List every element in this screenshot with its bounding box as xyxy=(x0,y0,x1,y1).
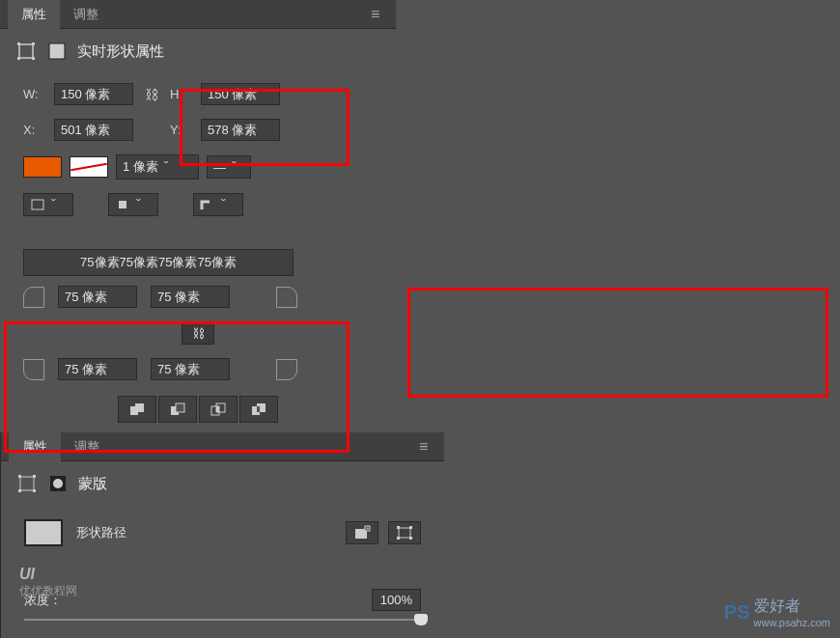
pathfinder-row xyxy=(23,396,373,423)
right-tabs: 属性 调整 xyxy=(1,432,444,461)
svg-rect-28 xyxy=(409,526,412,529)
density-slider-thumb[interactable] xyxy=(414,614,428,625)
highlight-feather xyxy=(407,288,828,398)
stroke-style-dropdown[interactable]: — xyxy=(207,155,251,179)
tab-properties[interactable]: 属性 xyxy=(8,0,60,29)
rect-bounds-icon xyxy=(15,41,37,62)
h-label: H: xyxy=(170,87,193,101)
cap-dropdown[interactable] xyxy=(108,193,158,216)
svg-rect-9 xyxy=(176,403,184,412)
svg-rect-27 xyxy=(397,526,400,529)
filled-rect-icon xyxy=(46,41,68,62)
pathfinder-subtract-button[interactable] xyxy=(158,396,197,423)
panel-menu-icon-r[interactable] xyxy=(419,438,434,456)
corner-tl-icon xyxy=(23,287,44,308)
radius-bl-input[interactable] xyxy=(58,358,137,380)
panel-title: 实时形状属性 xyxy=(77,42,164,61)
tab-properties-r[interactable]: 属性 xyxy=(9,432,61,461)
x-input[interactable] xyxy=(54,119,133,141)
x-label: X: xyxy=(23,123,46,137)
radius-display-input[interactable]: 75像素75像素75像素75像素 xyxy=(23,249,294,276)
left-header: 实时形状属性 xyxy=(0,29,396,73)
shape-path-label: 形状路径 xyxy=(76,524,126,541)
svg-rect-7 xyxy=(119,201,126,208)
svg-text:+: + xyxy=(366,525,370,531)
radius-tr-input[interactable] xyxy=(151,286,230,308)
svg-rect-30 xyxy=(409,537,412,540)
pathfinder-unite-button[interactable] xyxy=(118,396,156,423)
panel-menu-icon[interactable] xyxy=(371,6,386,23)
svg-rect-3 xyxy=(17,57,20,60)
fill-color-swatch[interactable] xyxy=(23,156,62,178)
svg-rect-26 xyxy=(399,528,410,538)
svg-rect-1 xyxy=(17,42,20,45)
width-input[interactable] xyxy=(54,83,133,105)
svg-rect-2 xyxy=(32,42,35,45)
svg-rect-12 xyxy=(216,406,219,412)
fill-stroke-row: 1 像素 — xyxy=(23,154,373,180)
pathfinder-exclude-button[interactable] xyxy=(239,396,278,423)
left-tabs: 属性 调整 xyxy=(0,0,396,29)
rect-bounds-icon-r xyxy=(16,473,38,494)
corner-tr-icon xyxy=(276,287,297,308)
svg-rect-15 xyxy=(257,406,260,412)
add-mask-button[interactable]: + xyxy=(346,521,378,544)
align-row xyxy=(23,193,373,216)
shape-path-row: 形状路径 + xyxy=(1,506,444,560)
stroke-color-swatch[interactable] xyxy=(70,156,108,178)
mask-title: 蒙版 xyxy=(78,475,107,493)
link-corners-button[interactable]: ⛓ xyxy=(182,321,214,345)
w-label: W: xyxy=(23,87,46,101)
svg-rect-19 xyxy=(18,489,21,492)
watermark-right: PS 爱好者 www.psahz.com xyxy=(724,596,830,628)
corner-br-icon xyxy=(276,359,297,380)
link-wh-icon[interactable]: ⛓ xyxy=(141,87,162,102)
mask-thumbnail[interactable] xyxy=(24,519,63,546)
svg-rect-6 xyxy=(32,200,43,209)
tab-adjustments-r[interactable]: 调整 xyxy=(61,432,113,461)
svg-rect-16 xyxy=(20,477,34,490)
radius-br-input[interactable] xyxy=(151,358,230,380)
y-label: Y: xyxy=(170,123,193,137)
tab-adjustments[interactable]: 调整 xyxy=(60,0,112,29)
y-input[interactable] xyxy=(201,119,280,141)
svg-rect-17 xyxy=(18,475,21,478)
svg-point-22 xyxy=(53,479,63,488)
svg-rect-29 xyxy=(397,537,400,540)
svg-rect-4 xyxy=(32,57,35,60)
corner-bl-icon xyxy=(23,359,44,380)
svg-rect-18 xyxy=(33,475,36,478)
xy-row: X: ⛓ Y: xyxy=(23,119,373,141)
radius-tl-input[interactable] xyxy=(58,286,137,308)
svg-rect-5 xyxy=(49,43,65,59)
watermark-left: UI 优优教程网 xyxy=(19,566,77,599)
pathfinder-intersect-button[interactable] xyxy=(199,396,238,423)
right-header: 蒙版 xyxy=(1,461,444,506)
vector-mask-button[interactable] xyxy=(388,521,421,544)
join-dropdown[interactable] xyxy=(193,193,243,216)
svg-rect-20 xyxy=(33,489,36,492)
stroke-align-dropdown[interactable] xyxy=(23,193,73,216)
height-input[interactable] xyxy=(201,83,280,105)
stroke-width-dropdown[interactable]: 1 像素 xyxy=(116,154,199,180)
width-height-row: W: ⛓ H: xyxy=(23,83,373,105)
svg-rect-0 xyxy=(19,44,33,58)
density-value[interactable]: 100% xyxy=(372,589,421,611)
density-slider[interactable] xyxy=(24,619,421,621)
mask-icon xyxy=(47,473,69,494)
